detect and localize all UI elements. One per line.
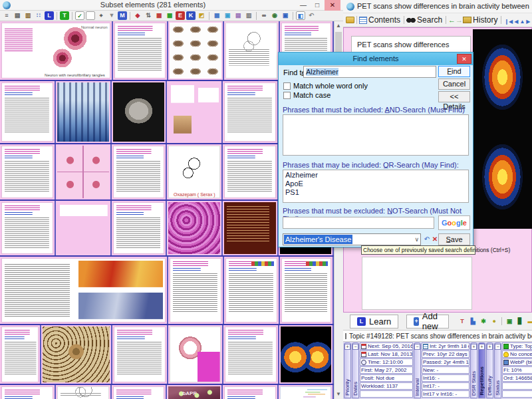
sort-icon[interactable]: ⇅ [144, 11, 153, 20]
stats-tab-difficulty[interactable]: +Difficulty [486, 342, 493, 398]
first-element-icon[interactable]: ❙◀ [504, 19, 513, 25]
add-new-button[interactable]: + Add new [406, 315, 449, 329]
layout-icon[interactable]: ▤ [13, 11, 22, 20]
element-thumbnail[interactable] [0, 325, 41, 384]
drop-icon[interactable]: ● [489, 317, 499, 326]
saved-search-combobox[interactable]: Alzheimer's Disease ∨ [283, 233, 421, 245]
element-thumbnail[interactable] [280, 257, 334, 324]
google-button[interactable]: Google [438, 215, 470, 230]
t-badge-icon[interactable]: T [60, 11, 69, 20]
element-text-component[interactable] [362, 257, 472, 310]
element-thumbnail[interactable] [0, 81, 56, 143]
element-thumbnail[interactable]: Oxazepam ( Serax ) [167, 144, 223, 200]
element-thumbnail[interactable] [0, 201, 56, 255]
expander-icon[interactable]: − [495, 344, 501, 350]
forward-icon[interactable]: ▶ [526, 19, 530, 25]
parent-icon[interactable]: ▲ [519, 19, 525, 25]
expander-icon[interactable]: − [414, 344, 420, 350]
element-thumbnail[interactable] [223, 81, 279, 143]
tag-icon[interactable]: ▬ [526, 317, 532, 326]
element-thumbnail[interactable] [224, 257, 280, 324]
puzzle-icon[interactable]: ◩ [197, 11, 206, 20]
element-thumbnail[interactable] [113, 21, 169, 80]
history-button[interactable]: History [473, 15, 497, 25]
element-thumbnail[interactable] [112, 385, 168, 399]
not-search-input[interactable] [283, 217, 434, 229]
element-thumbnail[interactable] [167, 81, 223, 143]
checkbox-icon[interactable]: ✓ [75, 11, 84, 20]
undo-icon[interactable]: ↶ [307, 11, 316, 20]
stats-tab-status[interactable]: −Status [494, 342, 501, 398]
k-badge-icon[interactable]: K [186, 11, 196, 20]
e-badge-icon[interactable]: E [176, 11, 185, 20]
stats-tab-dates[interactable]: −Dates [352, 342, 359, 398]
forward-arrow-icon[interactable]: → [456, 16, 463, 24]
undo-icon[interactable]: ↶ [423, 235, 431, 244]
save-button[interactable]: S̲ave [438, 233, 470, 245]
expander-icon[interactable]: − [352, 344, 358, 350]
library-icon[interactable]: ▥ [23, 11, 33, 20]
element-thumbnail[interactable] [112, 144, 168, 200]
grid-view-icon[interactable]: ∷ [34, 11, 43, 20]
dialog-close-icon[interactable]: ✕ [457, 54, 471, 64]
element-thumbnail[interactable]: bAPP [167, 385, 223, 399]
stats-tab-dsr-stats[interactable]: +DSR Stats [470, 342, 477, 398]
book-icon[interactable]: ▙ [468, 317, 477, 326]
history-icon[interactable] [463, 17, 471, 23]
expander-icon[interactable]: + [487, 344, 493, 350]
element-thumbnail[interactable] [168, 21, 224, 80]
element-thumbnail[interactable] [223, 385, 279, 399]
contents-icon[interactable] [359, 17, 367, 24]
match-option-1[interactable]: Match case [283, 91, 331, 99]
minimize-button[interactable]: — [297, 0, 310, 11]
element-thumbnail[interactable] [223, 325, 279, 384]
form-alt-icon[interactable]: ▥ [244, 11, 253, 20]
filter-icon[interactable]: ▼ [107, 11, 116, 20]
scroll-down-icon[interactable]: ▼ [334, 390, 343, 399]
learn-button[interactable]: L Learn [350, 315, 398, 329]
save-icon[interactable]: ▣ [281, 11, 290, 20]
element-thumbnail[interactable] [168, 325, 224, 384]
details-button[interactable]: << D̲etails [438, 91, 470, 102]
element-thumbnail[interactable] [56, 385, 112, 399]
element-thumbnail[interactable] [223, 144, 279, 200]
element-thumbnail[interactable] [112, 325, 168, 384]
l-badge-icon[interactable]: L [45, 11, 54, 20]
cards-green-icon[interactable]: ▦ [165, 11, 174, 20]
dialog-titlebar[interactable]: Find elements [279, 53, 473, 65]
back-arrow-icon[interactable]: ← [448, 16, 456, 24]
element-thumbnail[interactable] [168, 257, 224, 324]
element-thumbnail[interactable] [0, 144, 56, 200]
table-icon[interactable]: ▦ [212, 11, 221, 20]
cancel-button[interactable]: Cancel [438, 78, 470, 90]
match-option-0[interactable]: Match whole word only [283, 82, 368, 90]
split-view-icon[interactable]: ◧ [296, 11, 305, 20]
element-thumbnail[interactable] [56, 144, 112, 200]
stats-tab-priority[interactable]: +Priority [344, 342, 351, 398]
element-thumbnail[interactable] [0, 257, 168, 324]
back-icon[interactable]: ◀ [514, 19, 518, 25]
element-thumbnail[interactable] [0, 385, 56, 399]
element-thumbnail[interactable] [56, 201, 112, 255]
close-button[interactable]: ✕ [325, 0, 340, 11]
empty-box-icon[interactable] [86, 11, 95, 20]
contents-button[interactable]: Contents [368, 15, 400, 25]
expander-icon[interactable]: + [471, 344, 477, 350]
stats-tab-interval[interactable]: −Interval [414, 342, 421, 398]
element-thumbnail[interactable] [279, 325, 334, 384]
search-icon[interactable] [406, 17, 416, 23]
element-thumbnail[interactable] [223, 201, 279, 255]
maximize-button[interactable]: □ [311, 0, 324, 11]
element-thumbnail[interactable] [56, 81, 112, 143]
picture-icon[interactable]: ▣ [505, 317, 514, 326]
element-thumbnail[interactable] [167, 201, 223, 255]
find-button[interactable]: F̲ind [438, 66, 470, 77]
expander-icon[interactable]: + [344, 344, 350, 350]
element-thumbnail[interactable] [279, 385, 334, 399]
element-thumbnail[interactable] [112, 81, 168, 143]
element-thumbnail[interactable]: Normal neuronNeuron with neurofibrillary… [0, 21, 113, 80]
eye-icon[interactable]: ◉ [270, 11, 279, 20]
expander-icon[interactable]: + [479, 344, 485, 350]
search-button[interactable]: Search [417, 15, 442, 25]
diamond-icon[interactable]: ◆ [133, 11, 142, 20]
